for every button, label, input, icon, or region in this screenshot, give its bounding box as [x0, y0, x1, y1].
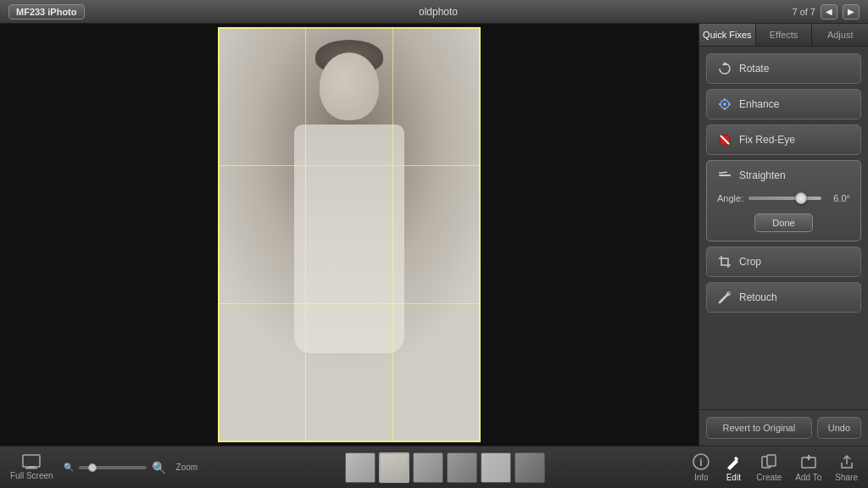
enhance-label: Enhance [739, 98, 779, 110]
svg-point-2 [723, 103, 726, 106]
angle-label: Angle: [717, 193, 743, 203]
thumb-6[interactable] [515, 452, 545, 483]
buttons-area: Rotate Enhance [699, 47, 868, 409]
prev-button[interactable]: ◀ [821, 4, 837, 19]
photo-image [218, 27, 481, 442]
crop-icon [717, 254, 732, 269]
done-row: Done [707, 210, 860, 241]
angle-value: 6.0° [826, 193, 850, 203]
svg-text:i: i [700, 457, 703, 469]
undo-button[interactable]: Undo [817, 417, 861, 439]
photo-area [0, 24, 698, 446]
zoom-label: Zoom [176, 463, 198, 472]
create-action[interactable]: Create [756, 452, 782, 482]
zoom-control: 🔍 🔍 [64, 461, 166, 474]
rotate-icon [717, 61, 732, 76]
svg-rect-15 [25, 468, 37, 469]
done-button[interactable]: Done [754, 214, 812, 232]
fix-red-eye-button[interactable]: Fix Red-Eye [706, 125, 861, 155]
top-bar-left: MF233 iPhoto [8, 4, 85, 19]
thumb-5[interactable] [481, 452, 511, 483]
full-screen-tool[interactable]: Full Screen [10, 454, 53, 480]
rotate-label: Rotate [739, 63, 769, 75]
full-screen-label: Full Screen [10, 471, 53, 480]
enhance-button[interactable]: Enhance [706, 89, 861, 119]
straighten-section: Straighten Angle: 6.0° Done [706, 160, 861, 241]
share-label: Share [835, 473, 858, 482]
revert-button[interactable]: Revert to Original [706, 417, 812, 439]
thumb-3[interactable] [413, 452, 443, 483]
slider-thumb[interactable] [795, 192, 807, 204]
photo-title: oldphoto [419, 6, 458, 18]
thumb-4[interactable] [447, 452, 477, 483]
straighten-header[interactable]: Straighten [707, 161, 860, 190]
svg-rect-20 [767, 455, 776, 466]
edit-action[interactable]: Edit [724, 452, 743, 482]
next-button[interactable]: ▶ [843, 4, 860, 19]
retouch-label: Retouch [739, 291, 777, 303]
bottom-right-tools: i Info Edit Creat [692, 452, 858, 482]
nav-controls: 7 of 7 ◀ ▶ [792, 4, 860, 19]
svg-rect-13 [23, 455, 40, 467]
rotate-button[interactable]: Rotate [706, 53, 861, 84]
main-content: Quick Fixes Effects Adjust Rotate [0, 24, 868, 446]
tab-effects[interactable]: Effects [756, 24, 813, 46]
svg-rect-9 [719, 175, 731, 176]
edit-label: Edit [726, 473, 741, 482]
thumb-2[interactable] [379, 452, 409, 483]
tab-quick-fixes[interactable]: Quick Fixes [699, 24, 756, 46]
create-label: Create [756, 473, 782, 482]
enhance-icon [717, 97, 732, 112]
full-screen-icon [22, 454, 41, 469]
right-panel: Quick Fixes Effects Adjust Rotate [698, 24, 868, 446]
angle-slider[interactable] [748, 197, 821, 200]
retouch-button[interactable]: Retouch [706, 282, 861, 313]
photo-container [218, 27, 481, 442]
crop-label: Crop [739, 256, 761, 268]
thumbnails [345, 452, 545, 483]
crop-button[interactable]: Crop [706, 247, 861, 277]
photo-count: 7 of 7 [792, 7, 815, 17]
thumb-1[interactable] [345, 452, 376, 483]
add-to-icon [799, 452, 818, 471]
add-to-action[interactable]: Add To [795, 452, 821, 482]
add-to-label: Add To [795, 473, 821, 482]
svg-rect-10 [719, 172, 727, 174]
portrait-figure [281, 53, 417, 374]
zoom-thumb[interactable] [88, 463, 97, 472]
fix-red-eye-label: Fix Red-Eye [739, 134, 795, 146]
svg-line-11 [720, 294, 728, 302]
bottom-left: Full Screen 🔍 🔍 Zoom [10, 454, 198, 480]
share-icon [837, 452, 856, 471]
angle-row: Angle: 6.0° [707, 190, 860, 210]
edit-icon [724, 452, 743, 471]
portrait-head [320, 53, 379, 120]
zoom-in-icon[interactable]: 🔍 [152, 461, 166, 474]
zoom-slider[interactable] [79, 466, 147, 469]
straighten-label: Straighten [739, 169, 786, 181]
fix-red-eye-icon [717, 132, 732, 147]
info-action[interactable]: i Info [692, 452, 710, 482]
zoom-out-icon[interactable]: 🔍 [64, 463, 74, 472]
share-action[interactable]: Share [835, 452, 858, 482]
bottom-bar: Full Screen 🔍 🔍 Zoom i [0, 446, 868, 488]
top-bar: MF233 iPhoto oldphoto 7 of 7 ◀ ▶ [0, 0, 868, 24]
info-label: Info [694, 473, 709, 482]
tab-bar: Quick Fixes Effects Adjust [699, 24, 868, 47]
straighten-icon [717, 168, 732, 183]
portrait-body [294, 125, 404, 353]
tab-adjust[interactable]: Adjust [812, 24, 868, 46]
svg-rect-14 [28, 466, 35, 468]
info-icon: i [692, 452, 710, 471]
retouch-icon [717, 290, 732, 305]
app-title: MF233 iPhoto [8, 4, 85, 19]
bottom-actions: Revert to Original Undo [699, 409, 868, 446]
create-icon [760, 452, 778, 471]
